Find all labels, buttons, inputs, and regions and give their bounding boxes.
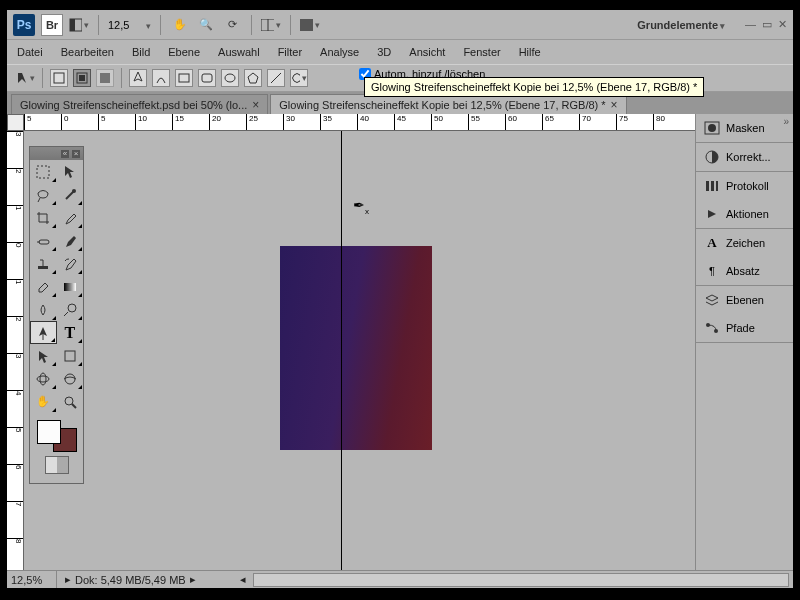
svg-point-28 xyxy=(65,397,73,405)
tools-panel[interactable]: « × xyxy=(29,146,84,484)
menu-hilfe[interactable]: Hilfe xyxy=(519,46,541,58)
svg-rect-14 xyxy=(37,166,49,178)
tool-preset-picker[interactable] xyxy=(15,68,35,88)
freeform-pen-icon[interactable] xyxy=(152,69,170,87)
svg-point-27 xyxy=(65,374,75,384)
svg-rect-1 xyxy=(70,19,75,31)
type-tool[interactable]: T xyxy=(57,321,84,344)
fill-pixels-icon[interactable] xyxy=(96,69,114,87)
scroll-left-icon[interactable]: ◂ xyxy=(237,573,249,586)
svg-line-29 xyxy=(72,404,76,408)
collapse-icon[interactable]: « xyxy=(61,150,69,158)
panel-masken[interactable]: Masken xyxy=(696,114,793,142)
panel-absatz[interactable]: ¶Absatz xyxy=(696,257,793,285)
panel-label: Pfade xyxy=(726,322,755,334)
color-swatches[interactable] xyxy=(37,420,77,452)
panel-ebenen[interactable]: Ebenen xyxy=(696,286,793,314)
close-tab-icon[interactable]: × xyxy=(611,98,618,112)
3d-orbit-tool[interactable] xyxy=(57,367,84,390)
hand-tool[interactable]: ✋ xyxy=(30,390,57,413)
menu-datei[interactable]: Datei xyxy=(17,46,43,58)
rectangle-shape-icon[interactable] xyxy=(175,69,193,87)
menu-fenster[interactable]: Fenster xyxy=(463,46,500,58)
menu-bild[interactable]: Bild xyxy=(132,46,150,58)
menu-ansicht[interactable]: Ansicht xyxy=(409,46,445,58)
panel-pfade[interactable]: Pfade xyxy=(696,314,793,342)
3d-rotate-tool[interactable] xyxy=(30,367,57,390)
brush-tool[interactable] xyxy=(57,229,84,252)
panel-protokoll[interactable]: Protokoll xyxy=(696,172,793,200)
close-button[interactable]: ✕ xyxy=(778,18,787,31)
close-tab-icon[interactable]: × xyxy=(252,98,259,112)
menu-filter[interactable]: Filter xyxy=(278,46,302,58)
bridge-logo-icon[interactable]: Br xyxy=(41,14,63,36)
close-icon[interactable]: × xyxy=(72,150,80,158)
vertical-guide[interactable] xyxy=(341,131,342,570)
menu-ebene[interactable]: Ebene xyxy=(168,46,200,58)
eraser-tool[interactable] xyxy=(30,275,57,298)
eyedropper-tool[interactable] xyxy=(57,206,84,229)
gradient-tool[interactable] xyxy=(57,275,84,298)
info-menu-icon[interactable]: ▸ xyxy=(190,573,196,586)
lasso-tool[interactable] xyxy=(30,183,57,206)
hand-tool-icon[interactable]: ✋ xyxy=(170,15,190,35)
zoom-tool[interactable] xyxy=(57,390,84,413)
svg-point-21 xyxy=(68,304,76,312)
layout-dropdown[interactable] xyxy=(69,15,89,35)
minimize-button[interactable]: — xyxy=(745,18,756,31)
clone-stamp-tool[interactable] xyxy=(30,252,57,275)
history-brush-tool[interactable] xyxy=(57,252,84,275)
marquee-tool[interactable] xyxy=(30,160,57,183)
blur-tool[interactable] xyxy=(30,298,57,321)
line-shape-icon[interactable] xyxy=(267,69,285,87)
document-info[interactable]: ▸Dok: 5,49 MB/5,49 MB▸ xyxy=(57,573,237,586)
vertical-ruler[interactable]: 321012345678 xyxy=(7,131,24,570)
rotate-view-icon[interactable]: ⟳ xyxy=(222,15,242,35)
healing-brush-tool[interactable] xyxy=(30,229,57,252)
screen-mode-dropdown[interactable] xyxy=(300,15,320,35)
workspace-switcher[interactable]: Grundelemente xyxy=(631,19,731,31)
pen-tool[interactable] xyxy=(30,321,57,344)
menu-3d[interactable]: 3D xyxy=(377,46,391,58)
panel-zeichen[interactable]: AZeichen xyxy=(696,229,793,257)
zoom-dropdown-arrow[interactable] xyxy=(144,19,151,31)
menu-bar: Datei Bearbeiten Bild Ebene Auswahl Filt… xyxy=(7,40,793,64)
zoom-preset[interactable]: 12,5 xyxy=(108,19,138,31)
crop-tool[interactable] xyxy=(30,206,57,229)
menu-auswahl[interactable]: Auswahl xyxy=(218,46,260,58)
rounded-rect-icon[interactable] xyxy=(198,69,216,87)
horizontal-ruler[interactable]: 505101520253035404550556065707580 xyxy=(24,114,695,131)
pen-tool-icon[interactable] xyxy=(129,69,147,87)
svg-point-31 xyxy=(708,124,716,132)
magic-wand-tool[interactable] xyxy=(57,183,84,206)
document-tab-label: Glowing Streifenscheineffekt Kopie bei 1… xyxy=(279,99,605,111)
panel-korrekturen[interactable]: Korrekt... xyxy=(696,143,793,171)
document-tab[interactable]: Glowing Streifenscheineffekt Kopie bei 1… xyxy=(270,94,626,114)
shape-layers-icon[interactable] xyxy=(50,69,68,87)
horizontal-scrollbar[interactable] xyxy=(253,573,789,587)
arrange-docs-dropdown[interactable] xyxy=(261,15,281,35)
paths-icon[interactable] xyxy=(73,69,91,87)
info-popup-icon[interactable]: ▸ xyxy=(65,573,71,586)
ellipse-shape-icon[interactable] xyxy=(221,69,239,87)
document-tab[interactable]: Glowing Streifenscheineffekt.psd bei 50%… xyxy=(11,94,268,114)
shape-tool[interactable] xyxy=(57,344,84,367)
tools-panel-header[interactable]: « × xyxy=(30,147,83,160)
panel-collapse-icon[interactable]: » xyxy=(783,116,789,127)
svg-rect-35 xyxy=(716,181,718,191)
canvas-area[interactable]: 505101520253035404550556065707580 321012… xyxy=(7,114,695,570)
dodge-tool[interactable] xyxy=(57,298,84,321)
menu-analyse[interactable]: Analyse xyxy=(320,46,359,58)
polygon-shape-icon[interactable] xyxy=(244,69,262,87)
zoom-tool-icon[interactable]: 🔍 xyxy=(196,15,216,35)
menu-bearbeiten[interactable]: Bearbeiten xyxy=(61,46,114,58)
maximize-button[interactable]: ▭ xyxy=(762,18,772,31)
move-tool[interactable] xyxy=(57,160,84,183)
quick-mask-toggle[interactable] xyxy=(45,456,69,474)
zoom-level[interactable]: 12,5% xyxy=(7,571,57,588)
path-selection-tool[interactable] xyxy=(30,344,57,367)
foreground-color-swatch[interactable] xyxy=(37,420,61,444)
ruler-origin[interactable] xyxy=(7,114,24,131)
panel-aktionen[interactable]: Aktionen xyxy=(696,200,793,228)
custom-shape-icon[interactable] xyxy=(290,69,308,87)
